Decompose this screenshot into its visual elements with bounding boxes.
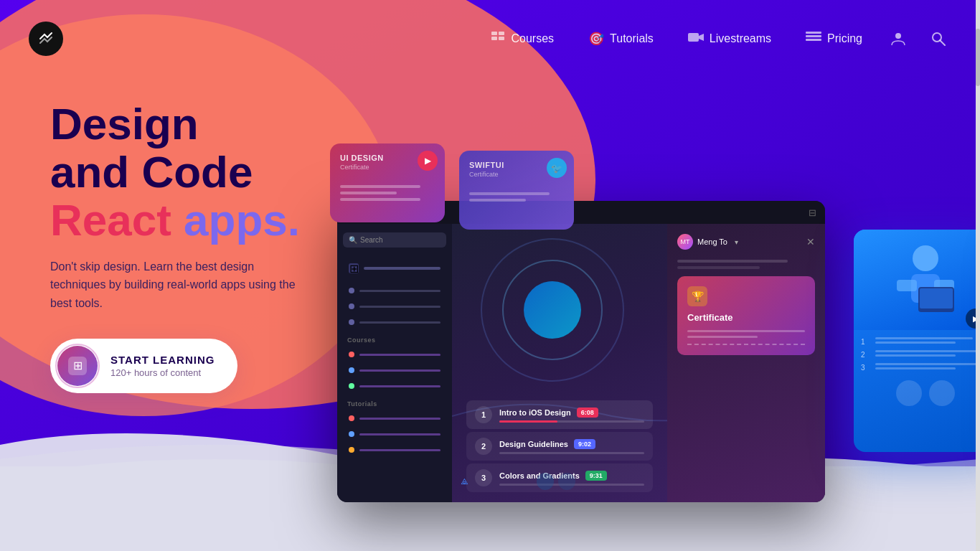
swiftui-line-1 bbox=[469, 192, 550, 195]
title-react: React bbox=[50, 195, 171, 245]
tutorial-label-2 bbox=[359, 433, 440, 435]
title-apps: apps. bbox=[184, 195, 300, 245]
list-badge-1: 6:08 bbox=[577, 408, 598, 418]
circle-btn-2[interactable] bbox=[929, 380, 955, 406]
fc-lines-2 bbox=[875, 350, 980, 359]
list-num-3: 3 bbox=[475, 469, 492, 486]
nav-courses[interactable]: Courses bbox=[491, 32, 555, 47]
floating-card-blue: ▶ 1 2 3 bbox=[854, 230, 980, 452]
cta-title: START LEARNING bbox=[110, 354, 215, 366]
cta-subtitle: 120+ hours of content bbox=[110, 367, 215, 378]
title-line2: and Code bbox=[50, 147, 253, 197]
nav-tutorials[interactable]: 🎯 Tutorials bbox=[588, 31, 654, 47]
list-item-1[interactable]: 1 Intro to iOS Design 6:08 bbox=[466, 400, 653, 429]
panel-line-1 bbox=[677, 260, 788, 263]
blue-card-items: 1 2 3 bbox=[854, 330, 980, 413]
courses-label: Courses bbox=[512, 32, 555, 45]
sidebar-item-3[interactable] bbox=[343, 299, 446, 314]
svg-rect-12 bbox=[806, 39, 821, 41]
sidebar-home[interactable]: ⊞ bbox=[343, 259, 446, 278]
fc-num-1: 1 bbox=[861, 338, 870, 346]
navigation: Courses 🎯 Tutorials Livestreams bbox=[0, 0, 980, 77]
tutorials-icon: 🎯 bbox=[588, 31, 604, 47]
course-dot-2 bbox=[349, 367, 354, 373]
illustration-person-1 bbox=[882, 237, 969, 323]
svg-point-16 bbox=[558, 473, 575, 490]
start-learning-button[interactable]: START LEARNING 120+ hours of content bbox=[50, 339, 237, 393]
sidebar-tutorial-3[interactable] bbox=[343, 443, 446, 457]
ui-design-lines bbox=[340, 185, 435, 201]
circle-inner bbox=[502, 260, 603, 360]
svg-rect-8 bbox=[499, 37, 504, 40]
user-icon[interactable] bbox=[885, 26, 911, 52]
svg-rect-22 bbox=[920, 288, 953, 309]
search-icon[interactable] bbox=[925, 26, 951, 52]
sidebar-course-2[interactable] bbox=[343, 363, 446, 377]
cert-line-dotted bbox=[687, 344, 805, 345]
fc-item-1: 1 bbox=[861, 337, 980, 346]
dropdown-icon[interactable]: ▾ bbox=[735, 238, 738, 246]
panel-close[interactable]: ✕ bbox=[806, 236, 815, 248]
sidebar-tutorial-1[interactable] bbox=[343, 411, 446, 425]
scrollbar[interactable] bbox=[976, 0, 980, 551]
livestreams-icon bbox=[688, 32, 704, 47]
main-app-screenshot: ⊟ 🔍 Search ⊞ bbox=[337, 201, 825, 502]
home-icon: ⊞ bbox=[349, 263, 359, 273]
nav-livestreams[interactable]: Livestreams bbox=[688, 32, 771, 47]
circle-btn-1[interactable] bbox=[896, 380, 922, 406]
sidebar-label-4 bbox=[359, 321, 440, 324]
card-line-3 bbox=[340, 198, 420, 201]
logo[interactable] bbox=[29, 22, 63, 56]
nav-pricing[interactable]: Pricing bbox=[806, 32, 862, 47]
sidebar-search-text: Search bbox=[360, 236, 383, 244]
courses-icon bbox=[491, 32, 506, 47]
sidebar-item-2[interactable] bbox=[343, 283, 446, 298]
svg-rect-6 bbox=[491, 37, 497, 40]
fc-line-3b bbox=[875, 367, 956, 369]
course-dot-3 bbox=[349, 383, 354, 389]
tutorials-label: Tutorials bbox=[610, 32, 654, 45]
circle-core bbox=[524, 281, 581, 339]
sidebar-dot-2 bbox=[349, 288, 354, 293]
list-title-row-1: Intro to iOS Design 6:08 bbox=[499, 408, 644, 418]
hero-content: Design and Code React apps. Don't skip d… bbox=[50, 100, 308, 393]
livestreams-label: Livestreams bbox=[710, 32, 771, 45]
list-info-1: Intro to iOS Design 6:08 bbox=[499, 408, 644, 423]
cta-text: START LEARNING 120+ hours of content bbox=[110, 354, 215, 378]
sidebar-home-label bbox=[364, 267, 440, 270]
pricing-label: Pricing bbox=[827, 32, 862, 45]
right-panel-header: MT Meng To ▾ ✕ bbox=[677, 234, 815, 250]
sidebar-course-1[interactable] bbox=[343, 347, 446, 362]
swiftui-line-2 bbox=[469, 199, 526, 202]
scrollbar-thumb[interactable] bbox=[976, 29, 980, 86]
list-item-2[interactable]: 2 Design Guidelines 9:02 bbox=[466, 432, 653, 461]
nav-links: Courses 🎯 Tutorials Livestreams bbox=[491, 31, 863, 47]
ui-design-card: UI DESIGN Certificate ▶ bbox=[330, 143, 445, 222]
cert-line-2 bbox=[687, 336, 758, 338]
sidebar-course-3[interactable] bbox=[343, 379, 446, 393]
fc-lines-1 bbox=[875, 337, 980, 346]
list-badge-2: 9:02 bbox=[574, 439, 595, 449]
window-sidebar-icon: ⊟ bbox=[809, 207, 816, 218]
fc-num-2: 2 bbox=[861, 351, 870, 359]
cert-lines bbox=[687, 330, 805, 345]
app-main-content: 1 Intro to iOS Design 6:08 2 bbox=[452, 224, 667, 502]
circle-decoration bbox=[481, 238, 624, 382]
svg-rect-7 bbox=[499, 32, 504, 35]
course-label-1 bbox=[359, 354, 440, 356]
bottom-dots bbox=[524, 471, 595, 492]
nav-actions bbox=[885, 26, 951, 52]
sidebar-search[interactable]: 🔍 Search bbox=[343, 232, 446, 248]
sidebar-item-4[interactable] bbox=[343, 315, 446, 329]
course-dot-1 bbox=[349, 352, 354, 357]
list-bar-fill-1 bbox=[499, 420, 557, 423]
sidebar-tutorial-2[interactable] bbox=[343, 427, 446, 441]
svg-rect-9 bbox=[688, 33, 699, 42]
ui-design-play[interactable]: ▶ bbox=[418, 151, 438, 171]
user-name: Meng To bbox=[697, 237, 727, 246]
blue-card-illustration bbox=[854, 230, 980, 330]
fc-item-2: 2 bbox=[861, 350, 980, 359]
svg-rect-11 bbox=[806, 35, 821, 37]
cert-line-1 bbox=[687, 330, 805, 332]
svg-rect-5 bbox=[491, 32, 497, 35]
